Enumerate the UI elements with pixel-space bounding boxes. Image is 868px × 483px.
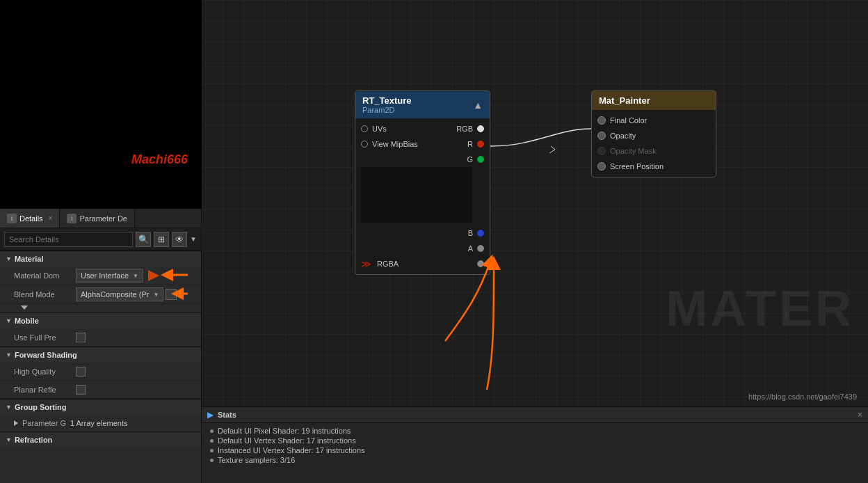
rt-texture-node[interactable]: RT_Texture Param2D ▲ UVs RGB (355, 90, 490, 275)
stat-text-1: Default UI Vertex Shader: 17 instruction… (218, 436, 356, 445)
stat-bullet-1 (210, 439, 214, 443)
a-pin-out[interactable] (477, 245, 484, 252)
section-material[interactable]: ▼ Material (0, 251, 201, 267)
prop-blend-mode: Blend Mode AlphaComposite (Pr ▼ (0, 285, 201, 304)
stat-text-0: Default UI Pixel Shader: 19 instructions (218, 427, 351, 435)
opacity-pin[interactable] (597, 132, 606, 140)
rgb-pin-out[interactable] (477, 125, 484, 132)
use-full-pre-value (76, 333, 195, 342)
blend-expand-arrow[interactable] (21, 306, 28, 310)
stats-content: Default UI Pixel Shader: 19 instructions… (202, 423, 868, 483)
mat-painter-body: Final Color Opacity Opacity Mask (592, 110, 716, 177)
stat-bullet-2 (210, 449, 214, 452)
eye-button[interactable]: 👁 (172, 232, 187, 247)
rt-texture-subtitle: Param2D (362, 106, 412, 114)
stats-header: ▶ Stats × (202, 407, 868, 423)
material-preview: Machi666 (0, 0, 202, 209)
search-bar: 🔍 ⊞ 👁 ▼ (0, 228, 201, 251)
pin-row-mipbias: View MipBias R (355, 136, 490, 152)
canvas-area[interactable]: MATER RT_Texture Param2D ▲ UVs RGB (202, 0, 868, 406)
group-sorting-row: Parameter G 1 Array elements (0, 415, 201, 431)
details-tab-close[interactable]: × (49, 214, 53, 222)
pin-row-opacity: Opacity (592, 128, 716, 143)
eye-dropdown[interactable]: ▼ (190, 235, 197, 243)
rgba-pin-out[interactable] (477, 260, 484, 267)
uvs-label: UVs (372, 125, 387, 133)
stat-item-1: Default UI Vertex Shader: 17 instruction… (210, 436, 860, 445)
section-refraction[interactable]: ▼ Refraction (0, 431, 201, 448)
blend-mode-value: AlphaComposite (Pr ▼ (76, 287, 195, 301)
planar-refle-checkbox[interactable] (76, 385, 86, 395)
rt-texture-body: UVs RGB View MipBias R (355, 118, 490, 274)
rt-texture-preview (361, 167, 472, 223)
pin-row-b: B (355, 225, 490, 241)
stats-title: Stats (218, 411, 236, 419)
grid-view-button[interactable]: ⊞ (154, 232, 169, 247)
section-forward-shading[interactable]: ▼ Forward Shading (0, 347, 201, 363)
preview-watermark: Machi666 (131, 152, 188, 167)
pin-row-uvs: UVs RGB (355, 121, 490, 136)
tabs-bar: i Details × i Parameter De (0, 209, 201, 228)
a-label: A (468, 244, 473, 253)
mobile-arrow: ▼ (6, 317, 12, 324)
rt-texture-header: RT_Texture Param2D ▲ (355, 91, 490, 118)
stats-panel: ▶ Stats × Default UI Pixel Shader: 19 in… (202, 406, 868, 483)
group-sorting-arrow: ▼ (6, 404, 12, 411)
rgba-label: RGBA (377, 260, 399, 268)
tab-details[interactable]: i Details × (0, 209, 60, 228)
b-pin-out[interactable] (477, 230, 484, 237)
mat-painter-header: Mat_Painter (592, 91, 716, 110)
group-expand-triangle[interactable] (14, 420, 18, 426)
material-domain-label: Material Dom (14, 271, 73, 280)
stats-close[interactable]: × (858, 410, 862, 420)
r-pin-out[interactable] (477, 141, 484, 148)
details-panel: i Details × i Parameter De 🔍 ⊞ 👁 ▼ (0, 209, 201, 483)
blend-mode-label: Blend Mode (14, 290, 73, 299)
search-button[interactable]: 🔍 (136, 232, 151, 247)
b-label: B (468, 229, 473, 237)
opacity-label: Opacity (610, 132, 636, 140)
high-quality-checkbox[interactable] (76, 367, 86, 377)
screen-pos-pin[interactable] (597, 162, 606, 171)
pin-row-final-color: Final Color (592, 113, 716, 128)
g-pin-out[interactable] (477, 156, 484, 163)
refraction-arrow: ▼ (6, 436, 12, 443)
section-group-sorting[interactable]: ▼ Group Sorting (0, 399, 201, 415)
pin-row-screen-pos: Screen Position (592, 159, 716, 174)
opacity-mask-label: Opacity Mask (610, 147, 657, 155)
material-domain-dropdown[interactable]: User Interface ▼ (76, 269, 143, 283)
stat-bullet-3 (210, 459, 214, 462)
rgba-double-arrow: ≫ (361, 258, 371, 269)
blend-mode-extra[interactable] (166, 289, 177, 300)
main-area: MATER RT_Texture Param2D ▲ UVs RGB (202, 0, 868, 483)
final-color-pin[interactable] (597, 116, 606, 125)
tab-parameter-de[interactable]: i Parameter De (60, 209, 134, 228)
use-full-pre-label: Use Full Pre (14, 333, 73, 342)
pin-row-opacity-mask: Opacity Mask (592, 143, 716, 159)
use-full-pre-checkbox[interactable] (76, 333, 86, 342)
stat-text-3: Texture samplers: 3/16 (218, 456, 295, 464)
blend-mode-dropdown[interactable]: AlphaComposite (Pr ▼ (76, 287, 163, 301)
mipbias-pin-in[interactable] (361, 141, 368, 148)
orange-arrow-material (148, 270, 159, 281)
canvas-watermark: MATER (666, 280, 854, 337)
rt-texture-expand[interactable]: ▲ (473, 100, 483, 111)
g-label: G (467, 155, 473, 164)
opacity-mask-pin[interactable] (597, 147, 606, 155)
stats-icon: ▶ (207, 410, 214, 420)
prop-material-domain: Material Dom User Interface ▼ (0, 267, 201, 285)
mat-painter-node[interactable]: Mat_Painter Final Color Opacity (591, 90, 716, 177)
stat-text-2: Instanced UI Vertex Shader: 17 instructi… (218, 446, 365, 454)
rt-texture-title: RT_Texture (362, 95, 412, 106)
r-label: R (467, 140, 473, 148)
stat-item-2: Instanced UI Vertex Shader: 17 instructi… (210, 445, 860, 455)
section-mobile[interactable]: ▼ Mobile (0, 312, 201, 328)
planar-refle-value (76, 385, 195, 395)
prop-use-full-pre: Use Full Pre (0, 328, 201, 347)
screen-pos-label: Screen Position (610, 162, 664, 171)
rgb-label: RGB (456, 125, 473, 133)
uvs-pin-in[interactable] (361, 125, 368, 132)
url-text: https://blog.csdn.net/gaofei7439 (748, 393, 857, 401)
mat-painter-title: Mat_Painter (599, 95, 650, 106)
search-input[interactable] (4, 232, 133, 247)
